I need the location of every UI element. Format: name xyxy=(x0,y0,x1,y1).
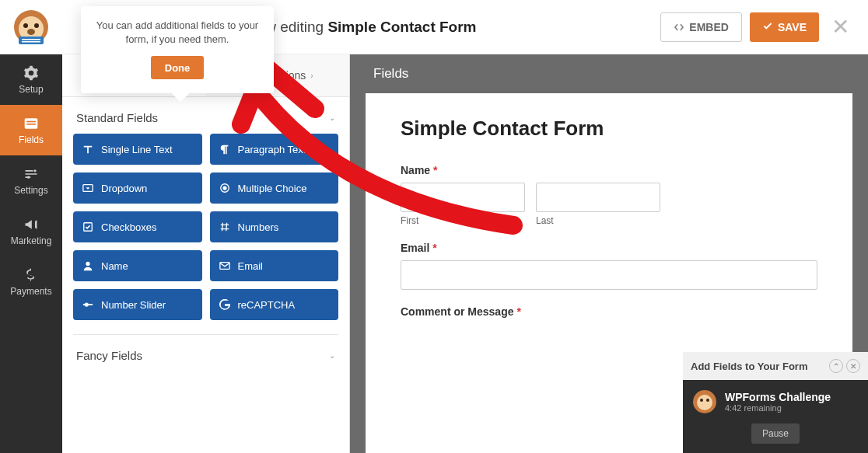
done-button[interactable]: Done xyxy=(151,56,205,79)
first-sublabel: First xyxy=(401,215,525,226)
svg-point-4 xyxy=(27,29,35,35)
sidenav-label: Fields xyxy=(19,134,44,145)
svg-rect-9 xyxy=(26,120,36,122)
svg-point-3 xyxy=(34,23,39,28)
sidenav-item-setup[interactable]: Setup xyxy=(0,54,62,105)
challenge-title: WPForms Challenge xyxy=(725,391,831,404)
dollar-icon xyxy=(23,267,39,283)
svg-point-12 xyxy=(27,176,30,178)
svg-point-15 xyxy=(222,186,226,190)
sidenav-label: Payments xyxy=(10,286,51,297)
svg-rect-7 xyxy=(22,41,40,43)
preview-header: Fields xyxy=(350,54,868,93)
form-title: Simple Contact Form xyxy=(401,117,817,141)
svg-point-20 xyxy=(85,302,89,306)
side-nav: Setup Fields Settings Marketing Payments xyxy=(0,54,62,453)
envelope-icon xyxy=(219,260,230,271)
email-label: Email * xyxy=(401,242,817,254)
svg-rect-5 xyxy=(19,37,44,44)
challenge-widget: Add Fields to Your Form ⌃ ✕ WPForms Chal… xyxy=(683,352,868,453)
code-icon xyxy=(674,22,684,33)
sidenav-label: Marketing xyxy=(11,235,52,246)
checkbox-icon xyxy=(82,221,93,232)
close-icon[interactable]: ✕ xyxy=(827,14,854,40)
google-icon xyxy=(219,299,230,310)
chevron-down-icon: ⌄ xyxy=(329,351,335,360)
pause-button[interactable]: Pause xyxy=(751,423,800,444)
svg-point-23 xyxy=(700,399,703,402)
sidenav-label: Setup xyxy=(19,84,43,95)
logo xyxy=(0,0,62,54)
section-fancy-fields[interactable]: Fancy Fields⌄ xyxy=(62,335,349,371)
mascot-icon xyxy=(692,389,717,414)
list-icon xyxy=(23,116,39,131)
bullhorn-icon xyxy=(23,217,39,232)
tooltip-text: You can add additional fields to your fo… xyxy=(95,19,260,47)
field-email[interactable]: Email xyxy=(210,250,339,281)
dropdown-icon xyxy=(82,183,93,193)
svg-point-24 xyxy=(706,399,709,402)
svg-point-11 xyxy=(33,169,36,172)
check-icon xyxy=(762,22,773,33)
field-checkboxes[interactable]: Checkboxes xyxy=(73,211,202,242)
sidenav-item-settings[interactable]: Settings xyxy=(0,155,62,206)
last-sublabel: Last xyxy=(536,215,660,226)
svg-rect-10 xyxy=(26,124,36,125)
text-icon xyxy=(82,144,93,155)
radio-icon xyxy=(219,183,230,193)
name-label: Name * xyxy=(401,164,817,176)
svg-point-2 xyxy=(23,23,28,28)
field-dropdown[interactable]: Dropdown xyxy=(73,172,202,204)
challenge-header: Add Fields to Your Form ⌃ ✕ xyxy=(683,352,868,380)
chevron-right-icon: › xyxy=(310,71,313,80)
field-paragraph-text[interactable]: Paragraph Text xyxy=(210,134,339,165)
sidenav-item-payments[interactable]: Payments xyxy=(0,256,62,307)
embed-button[interactable]: EMBED xyxy=(660,12,742,42)
user-icon xyxy=(82,260,93,271)
field-single-line-text[interactable]: Single Line Text xyxy=(73,134,202,165)
section-standard-fields[interactable]: Standard Fields⌄ xyxy=(62,97,349,134)
sliders-icon xyxy=(23,166,39,182)
sidenav-label: Settings xyxy=(14,185,47,196)
close-challenge-icon[interactable]: ✕ xyxy=(846,359,860,373)
standard-fields-grid: Single Line Text Paragraph Text Dropdown… xyxy=(62,134,349,334)
chevron-down-icon: ⌄ xyxy=(329,113,335,122)
svg-rect-6 xyxy=(22,39,40,40)
collapse-icon[interactable]: ⌃ xyxy=(829,359,843,373)
svg-point-17 xyxy=(86,262,89,266)
paragraph-icon xyxy=(219,144,230,155)
first-name-input[interactable] xyxy=(401,183,525,212)
gear-icon xyxy=(23,65,39,81)
svg-rect-18 xyxy=(219,263,229,270)
field-number-slider[interactable]: Number Slider xyxy=(73,289,202,320)
sidenav-item-marketing[interactable]: Marketing xyxy=(0,206,62,256)
email-input[interactable] xyxy=(401,260,817,290)
field-name[interactable]: Name xyxy=(73,250,202,281)
last-name-input[interactable] xyxy=(536,183,660,212)
top-actions: EMBED SAVE ✕ xyxy=(660,12,868,42)
comment-label: Comment or Message * xyxy=(401,305,817,318)
save-button[interactable]: SAVE xyxy=(750,12,819,42)
slider-icon xyxy=(82,299,93,310)
sidenav-item-fields[interactable]: Fields xyxy=(0,105,62,155)
fields-panel: Add Fields⌄ Field Options› Standard Fiel… xyxy=(62,54,350,453)
field-numbers[interactable]: Numbers xyxy=(210,211,339,242)
onboarding-tooltip: You can add additional fields to your fo… xyxy=(81,6,274,93)
svg-point-22 xyxy=(697,395,712,410)
challenge-remaining: 4:42 remaining xyxy=(725,403,831,413)
field-multiple-choice[interactable]: Multiple Choice xyxy=(210,172,339,204)
hash-icon xyxy=(219,221,230,232)
field-recaptcha[interactable]: reCAPTCHA xyxy=(210,289,339,320)
